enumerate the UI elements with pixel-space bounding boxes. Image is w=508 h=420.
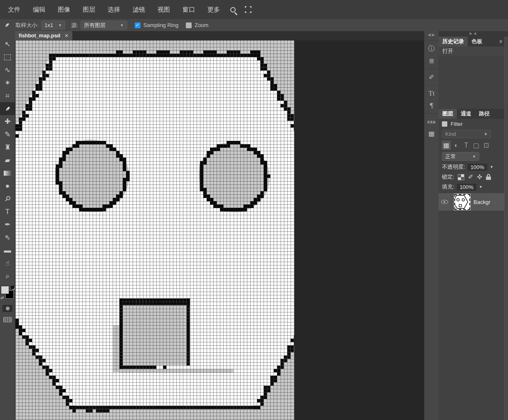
layers-controls: Filter Kind ▼ ▦◐T▢⊡ 正常 ▼ 不透明度: 100% ▼ (439, 119, 508, 191)
lock-all-icon[interactable] (486, 174, 491, 180)
visibility-cell[interactable] (439, 193, 451, 211)
sample-size-select[interactable]: 1x1 ▼ (41, 21, 65, 29)
blend-row: 正常 ▼ (442, 152, 505, 161)
sample-size-label: 取样大小: (15, 22, 39, 29)
menu-item-4[interactable]: 选择 (101, 0, 126, 19)
layer-name: Backgr (473, 199, 490, 205)
clone-stamp-tool-button[interactable]: ♜ (0, 141, 15, 154)
brush-settings-icon[interactable]: ✐ (429, 71, 434, 83)
document-canvas[interactable] (15, 40, 294, 420)
menu-item-1[interactable]: 编辑 (27, 0, 52, 19)
brush-tool-button[interactable]: ✎ (0, 128, 15, 141)
zoom-tool-button[interactable]: ⌕ (0, 270, 15, 282)
chevron-down-icon: ▼ (472, 155, 476, 159)
layer-row[interactable]: Backgr (439, 193, 508, 211)
filter-frame-icon[interactable]: ▢ (472, 141, 481, 150)
right-icon-strip: <>ⓘ≣✐Tt¶css▦ (424, 31, 439, 420)
menu-item-6[interactable]: 视图 (151, 0, 176, 19)
menu-bar: 文件编辑图像图层选择滤镜视图窗口更多 (0, 0, 508, 19)
menu-item-8[interactable]: 更多 (201, 0, 226, 19)
filter-smart-object-icon[interactable]: ⊡ (482, 141, 491, 150)
filter-checkbox[interactable] (442, 121, 447, 127)
move-tool-button[interactable]: ↖ (0, 38, 15, 51)
menu-item-2[interactable]: 图像 (52, 0, 76, 19)
zoom-checkbox[interactable]: Zoom (186, 22, 208, 28)
panel-collapse-icon[interactable]: > < (439, 31, 508, 37)
menu-item-7[interactable]: 窗口 (176, 0, 201, 19)
default-colors-icon[interactable] (11, 286, 14, 289)
left-toolbar: ↖∿✶⌗✒✚✎♜▰●⚲T✒⇖▬☝⌕ ⇄ (0, 31, 15, 420)
dodge-tool-button[interactable]: ⚲ (0, 192, 15, 205)
lasso-tool-icon: ∿ (5, 66, 10, 74)
document-title: fishbot_map.psd (19, 33, 60, 39)
lock-transparency-icon[interactable] (458, 174, 464, 180)
chevron-down-icon[interactable]: ▼ (479, 185, 483, 189)
character-icon[interactable]: Tt (428, 87, 434, 99)
document-tab[interactable]: fishbot_map.psd ✕ (15, 31, 72, 40)
marquee-tool-button[interactable] (0, 51, 15, 64)
layer-thumbnail[interactable] (454, 194, 470, 210)
lasso-tool-button[interactable]: ∿ (0, 64, 15, 76)
history-tab-1[interactable]: 色板 (468, 37, 486, 47)
blur-tool-button[interactable]: ● (0, 179, 15, 192)
info-icon[interactable]: ⓘ (428, 43, 435, 55)
document-tab-bar: fishbot_map.psd ✕ (15, 31, 424, 40)
gradient-tool-button[interactable] (0, 167, 15, 179)
layers-tab-0[interactable]: 图层 (439, 109, 457, 119)
fill-value[interactable]: 100% (457, 184, 476, 191)
filter-image-icon[interactable]: ▦ (442, 141, 451, 150)
opacity-row: 不透明度: 100% ▼ (442, 163, 505, 171)
layer-list: Backgr (439, 193, 508, 211)
rectangle-tool-button[interactable]: ▬ (0, 244, 15, 257)
hand-tool-button[interactable]: ☝ (0, 257, 15, 270)
menu-item-3[interactable]: 图层 (76, 0, 101, 19)
source-select[interactable]: 所有图层 ▼ (81, 21, 127, 29)
panel-scrollbar[interactable] (504, 37, 508, 420)
history-entry[interactable]: 打开 (439, 47, 508, 56)
type-tool-button[interactable]: T (0, 205, 15, 218)
image-icon[interactable]: ▦ (428, 128, 434, 140)
blend-mode-select[interactable]: 正常 ▼ (442, 152, 479, 161)
menu-icons (230, 6, 252, 13)
panel-menu-icon[interactable]: ≡ (499, 37, 502, 47)
layers-tab-2[interactable]: 路径 (475, 109, 493, 119)
adjustments-icon[interactable]: ≣ (429, 55, 434, 67)
blend-mode-value: 正常 (445, 153, 456, 160)
crop-tool-button[interactable]: ⌗ (0, 89, 15, 102)
path-select-tool-button[interactable]: ⇖ (0, 231, 15, 244)
filter-adjustment-icon[interactable]: ◐ (452, 141, 461, 150)
close-icon[interactable]: ✕ (64, 33, 69, 39)
healing-tool-button[interactable]: ✚ (0, 115, 15, 128)
search-icon[interactable] (230, 7, 236, 12)
lock-position-icon[interactable]: ✜ (477, 173, 482, 181)
color-swatches[interactable]: ⇄ (1, 286, 14, 299)
pen-tool-button[interactable]: ✒ (0, 218, 15, 231)
blur-tool-icon: ● (5, 182, 10, 190)
opacity-value[interactable]: 100% (468, 164, 487, 171)
layers-tab-1[interactable]: 通道 (457, 109, 475, 119)
foreground-color-swatch[interactable] (1, 286, 9, 294)
sampling-ring-checkbox[interactable]: ✓ Sampling Ring (135, 22, 179, 28)
eyedropper-tool-button[interactable]: ✒ (0, 102, 15, 115)
lock-pixels-icon[interactable]: ✐ (468, 173, 473, 181)
quick-mask-button[interactable] (2, 305, 12, 312)
menu-item-5[interactable]: 滤镜 (126, 0, 151, 19)
kind-select[interactable]: Kind ▼ (442, 130, 491, 138)
history-tab-0[interactable]: 历史记录 (439, 37, 468, 47)
opacity-label: 不透明度: (442, 163, 465, 171)
collapse-panels-icon[interactable]: <> (429, 31, 435, 39)
zoom-tool-icon: ⌕ (5, 272, 10, 280)
lock-label: 锁定: (442, 173, 454, 181)
chevron-down-icon[interactable]: ▼ (490, 165, 493, 169)
fullscreen-icon[interactable] (245, 6, 252, 13)
menu-item-0[interactable]: 文件 (2, 0, 27, 19)
swap-colors-icon[interactable]: ⇄ (0, 295, 4, 300)
dodge-tool-icon: ⚲ (2, 194, 12, 204)
eraser-tool-button[interactable]: ▰ (0, 154, 15, 167)
magic-wand-tool-button[interactable]: ✶ (0, 76, 15, 89)
paragraph-icon[interactable]: ¶ (430, 99, 433, 111)
keyboard-shortcuts-icon[interactable] (3, 317, 12, 322)
sample-size-value: 1x1 (44, 22, 53, 28)
css-icon[interactable]: css (427, 115, 436, 128)
filter-type-icon[interactable]: T (462, 141, 471, 150)
